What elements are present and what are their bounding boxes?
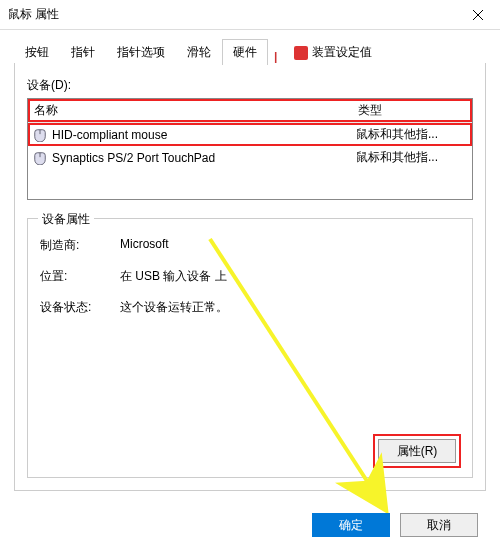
manufacturer-row: 制造商: Microsoft — [40, 237, 460, 254]
tab-separator: | — [268, 50, 283, 64]
properties-button-highlight: 属性(R) — [374, 435, 460, 467]
tab-strip: 按钮 指针 指针选项 滑轮 硬件 | 装置设定值 — [14, 38, 486, 64]
titlebar: 鼠标 属性 — [0, 0, 500, 30]
device-name-cell: Synaptics PS/2 Port TouchPad — [28, 148, 352, 168]
device-properties-group: 设备属性 制造商: Microsoft 位置: 在 USB 输入设备 上 设备状… — [27, 218, 473, 478]
status-value: 这个设备运转正常。 — [120, 299, 460, 316]
location-value: 在 USB 输入设备 上 — [120, 268, 460, 285]
window-title: 鼠标 属性 — [8, 6, 59, 23]
device-type: 鼠标和其他指... — [352, 147, 472, 168]
close-button[interactable] — [455, 0, 500, 29]
manufacturer-value: Microsoft — [120, 237, 460, 254]
status-row: 设备状态: 这个设备运转正常。 — [40, 299, 460, 316]
tab-label: 指针 — [71, 45, 95, 59]
dialog-content: 按钮 指针 指针选项 滑轮 硬件 | 装置设定值 设备(D): 名称 类型 HI… — [0, 30, 500, 491]
mouse-icon — [32, 150, 48, 166]
tab-device-settings[interactable]: 装置设定值 — [283, 39, 383, 65]
tab-wheel[interactable]: 滑轮 — [176, 39, 222, 65]
manufacturer-label: 制造商: — [40, 237, 120, 254]
device-list-header: 名称 类型 — [28, 99, 472, 123]
location-label: 位置: — [40, 268, 120, 285]
device-row-synaptics[interactable]: Synaptics PS/2 Port TouchPad 鼠标和其他指... — [28, 146, 472, 169]
tab-pointers[interactable]: 指针 — [60, 39, 106, 65]
tab-label: 滑轮 — [187, 45, 211, 59]
tab-label: 指针选项 — [117, 45, 165, 59]
tab-pointer-options[interactable]: 指针选项 — [106, 39, 176, 65]
device-type: 鼠标和其他指... — [352, 124, 472, 145]
device-name: Synaptics PS/2 Port TouchPad — [52, 151, 215, 165]
col-type-header[interactable]: 类型 — [352, 99, 472, 122]
location-row: 位置: 在 USB 输入设备 上 — [40, 268, 460, 285]
touchpad-icon — [294, 46, 308, 60]
device-row-hid-mouse[interactable]: HID-compliant mouse 鼠标和其他指... — [28, 123, 472, 146]
hardware-tab-panel: 设备(D): 名称 类型 HID-compliant mouse 鼠标和其他指.… — [14, 63, 486, 491]
tab-buttons[interactable]: 按钮 — [14, 39, 60, 65]
device-name: HID-compliant mouse — [52, 128, 167, 142]
device-name-cell: HID-compliant mouse — [28, 125, 352, 145]
devices-heading: 设备(D): — [27, 77, 473, 94]
ok-button[interactable]: 确定 — [312, 513, 390, 537]
device-list[interactable]: 名称 类型 HID-compliant mouse 鼠标和其他指... Syn — [27, 98, 473, 200]
mouse-icon — [32, 127, 48, 143]
col-name-header[interactable]: 名称 — [28, 99, 352, 122]
tab-label: 装置设定值 — [312, 45, 372, 59]
tab-label: 按钮 — [25, 45, 49, 59]
tab-label: 硬件 — [233, 45, 257, 59]
device-properties-legend: 设备属性 — [38, 211, 94, 228]
cancel-button[interactable]: 取消 — [400, 513, 478, 537]
properties-button[interactable]: 属性(R) — [378, 439, 456, 463]
close-icon — [472, 9, 484, 21]
dialog-buttons: 确定 取消 — [0, 513, 500, 537]
tab-hardware[interactable]: 硬件 — [222, 39, 268, 65]
status-label: 设备状态: — [40, 299, 120, 316]
